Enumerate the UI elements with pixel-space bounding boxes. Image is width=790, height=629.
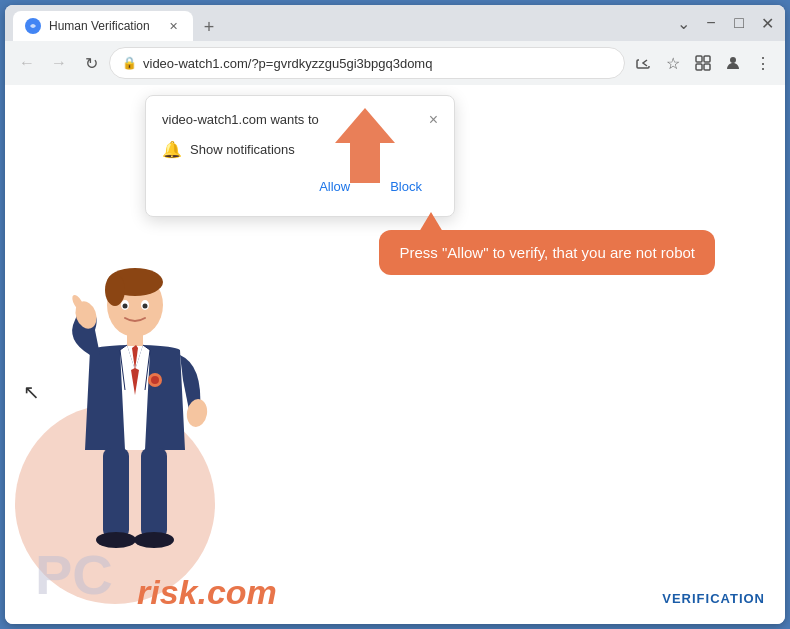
svg-point-9 (105, 274, 125, 306)
svg-point-13 (143, 304, 148, 309)
svg-rect-3 (696, 64, 702, 70)
svg-rect-4 (704, 64, 710, 70)
lock-icon: 🔒 (122, 56, 137, 70)
back-button[interactable]: ← (13, 49, 41, 77)
svg-rect-19 (141, 448, 167, 538)
minimize-button[interactable]: − (701, 14, 721, 32)
svg-rect-1 (696, 56, 702, 62)
notification-label: Show notifications (190, 142, 295, 157)
bookmark-button[interactable]: ☆ (659, 49, 687, 77)
chevron-down-icon[interactable]: ⌄ (673, 14, 693, 33)
address-bar[interactable]: 🔒 video-watch1.com/?p=gvrdkyzzgu5gi3bpgq… (109, 47, 625, 79)
bell-icon: 🔔 (162, 140, 182, 159)
nav-bar: ← → ↻ 🔒 video-watch1.com/?p=gvrdkyzzgu5g… (5, 41, 785, 85)
svg-rect-2 (704, 56, 710, 62)
active-tab[interactable]: Human Verification ✕ (13, 11, 193, 41)
tab-title: Human Verification (49, 19, 157, 33)
forward-button[interactable]: → (45, 49, 73, 77)
tab-close-button[interactable]: ✕ (165, 18, 181, 34)
svg-point-20 (96, 532, 136, 548)
popup-title: video-watch1.com wants to (162, 112, 319, 127)
share-button[interactable] (629, 49, 657, 77)
man-character (35, 250, 235, 594)
url-text: video-watch1.com/?p=gvrdkyzzgu5gi3bpgq3d… (143, 56, 612, 71)
account-button[interactable] (719, 49, 747, 77)
mouse-cursor: ↖ (23, 380, 40, 404)
svg-point-21 (134, 532, 174, 548)
speech-bubble-text: Press "Allow" to verify, that you are no… (399, 244, 695, 261)
maximize-button[interactable]: □ (729, 14, 749, 32)
browser-window: Human Verification ✕ + ⌄ − □ ✕ ← → ↻ 🔒 v… (5, 5, 785, 624)
speech-bubble: Press "Allow" to verify, that you are no… (379, 230, 715, 275)
extensions-button[interactable] (689, 49, 717, 77)
title-bar: Human Verification ✕ + ⌄ − □ ✕ (5, 5, 785, 41)
svg-point-23 (151, 376, 159, 384)
page-content: video-watch1.com wants to × 🔔 Show notif… (5, 85, 785, 624)
close-window-button[interactable]: ✕ (757, 14, 777, 33)
window-controls: ⌄ − □ ✕ (673, 14, 777, 33)
new-tab-button[interactable]: + (195, 13, 223, 41)
svg-rect-18 (103, 448, 129, 538)
tab-area: Human Verification ✕ + (13, 5, 669, 41)
svg-rect-14 (127, 332, 143, 346)
verification-badge: VERIFICATION (662, 591, 765, 606)
menu-button[interactable]: ⋮ (749, 49, 777, 77)
nav-actions: ☆ ⋮ (629, 49, 777, 77)
svg-point-12 (123, 304, 128, 309)
refresh-button[interactable]: ↻ (77, 49, 105, 77)
notification-popup: video-watch1.com wants to × 🔔 Show notif… (145, 95, 455, 217)
popup-close-button[interactable]: × (429, 112, 438, 128)
svg-point-5 (730, 57, 736, 63)
tab-favicon (25, 18, 41, 34)
